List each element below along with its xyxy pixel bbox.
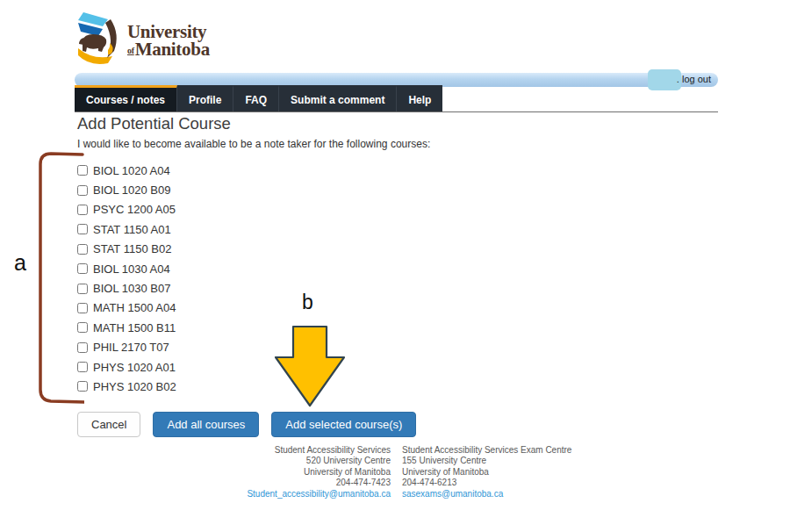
add-selected-courses-button[interactable]: Add selected course(s) xyxy=(271,412,416,437)
logo-line-manitoba: ofManitoba xyxy=(127,40,210,60)
course-row: PHIL 2170 T07 xyxy=(77,338,176,357)
footer-line: Student Accessibility Services xyxy=(200,445,391,456)
course-row: PHYS 1020 A01 xyxy=(77,357,176,377)
course-label: MATH 1500 B11 xyxy=(93,321,176,334)
annotation-label-a: a xyxy=(14,250,26,276)
course-label: PHYS 1020 A01 xyxy=(93,361,176,374)
course-row: PSYC 1200 A05 xyxy=(77,200,176,219)
course-row: PHYS 1020 B02 xyxy=(77,377,176,396)
add-potential-course-page: University ofManitoba . log out Courses … xyxy=(0,0,790,532)
tab-courses-notes[interactable]: Courses / notes xyxy=(75,85,177,111)
page-title: Add Potential Course xyxy=(77,114,231,133)
nav-bar: Courses / notes Profile FAQ Submit a com… xyxy=(75,85,442,111)
exam-centre-email-link[interactable]: sasexams@umanitoba.ca xyxy=(402,489,503,500)
course-row: STAT 1150 B02 xyxy=(77,240,176,259)
annotation-bracket xyxy=(33,151,84,406)
tab-submit-comment[interactable]: Submit a comment xyxy=(279,85,397,111)
footer-line: 520 University Centre xyxy=(200,456,391,466)
footer-line: Student Accessibility Services Exam Cent… xyxy=(402,445,613,456)
footer-exam-centre: Student Accessibility Services Exam Cent… xyxy=(402,445,613,500)
footer-line: 204-474-7423 xyxy=(200,478,391,488)
course-row: BIOL 1030 A04 xyxy=(77,259,176,278)
course-row: STAT 1150 A01 xyxy=(77,219,176,239)
course-label: BIOL 1020 A04 xyxy=(93,164,170,177)
course-row: BIOL 1020 B09 xyxy=(77,180,176,199)
intro-text: I would like to become available to be a… xyxy=(77,138,430,150)
annotation-down-arrow-icon xyxy=(274,325,346,408)
course-row: BIOL 1020 A04 xyxy=(77,161,176,180)
tab-faq[interactable]: FAQ xyxy=(233,85,279,111)
course-row: MATH 1500 B11 xyxy=(77,318,176,337)
footer-line: 155 University Centre xyxy=(402,456,613,466)
tab-help[interactable]: Help xyxy=(397,85,442,111)
university-of-manitoba-logo: University ofManitoba xyxy=(75,11,210,64)
course-label: BIOL 1030 B07 xyxy=(93,282,170,295)
logo-line-university: University xyxy=(127,23,210,40)
accessibility-email-link[interactable]: Student_accessibility@umanitoba.ca xyxy=(247,489,391,500)
course-row: BIOL 1030 B07 xyxy=(77,278,176,298)
logo-of: of xyxy=(127,46,134,55)
bison-crest-icon xyxy=(75,11,121,64)
course-row: MATH 1500 A04 xyxy=(77,298,176,318)
course-list: BIOL 1020 A04 BIOL 1020 B09 PSYC 1200 A0… xyxy=(77,161,176,397)
logout-area: . log out xyxy=(677,74,711,84)
logo-wordmark: University ofManitoba xyxy=(127,23,210,60)
logout-link[interactable]: log out xyxy=(682,74,711,84)
footer-line: 204-474-6213 xyxy=(402,478,613,488)
name-separator: . xyxy=(677,74,679,84)
course-label: PSYC 1200 A05 xyxy=(93,203,176,216)
course-label: MATH 1500 A04 xyxy=(93,301,176,314)
cancel-button[interactable]: Cancel xyxy=(77,412,140,437)
button-row: Cancel Add all courses Add selected cour… xyxy=(77,412,416,437)
course-label: PHIL 2170 T07 xyxy=(93,341,169,354)
course-label: BIOL 1030 A04 xyxy=(93,262,170,276)
footer-line: University of Manitoba xyxy=(402,467,613,478)
footer-accessibility-services: Student Accessibility Services 520 Unive… xyxy=(200,445,391,500)
add-all-courses-button[interactable]: Add all courses xyxy=(153,412,259,437)
nav-bar-wrapper: Courses / notes Profile FAQ Submit a com… xyxy=(75,85,718,112)
annotation-label-b: b xyxy=(302,291,313,314)
tab-profile[interactable]: Profile xyxy=(177,85,233,111)
footer-line: University of Manitoba xyxy=(200,467,391,478)
course-label: BIOL 1020 B09 xyxy=(93,183,170,197)
course-label: STAT 1150 A01 xyxy=(93,223,171,236)
course-label: STAT 1150 B02 xyxy=(93,242,171,255)
course-label: PHYS 1020 B02 xyxy=(93,380,176,393)
